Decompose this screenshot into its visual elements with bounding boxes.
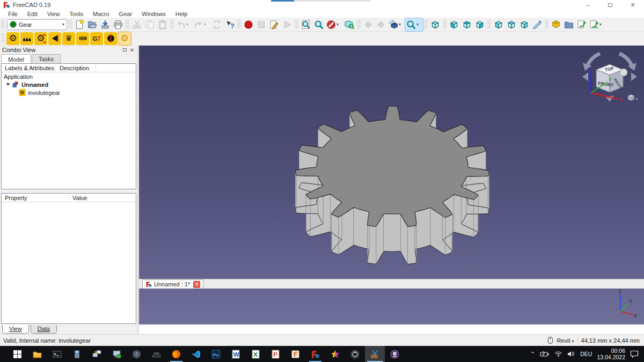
calculator-taskbar-icon[interactable]: [67, 346, 87, 362]
tab-view[interactable]: View: [2, 325, 29, 334]
make-sub-link-dropdown-icon[interactable]: ▾: [599, 22, 602, 27]
fit-selection-button[interactable]: [312, 18, 325, 31]
close-button[interactable]: ✕: [621, 0, 644, 10]
menu-macro[interactable]: Macro: [88, 10, 114, 18]
excel-taskbar-icon[interactable]: X: [246, 346, 266, 362]
notification-icon[interactable]: [630, 350, 639, 358]
command-prompt-taskbar-icon[interactable]: [47, 346, 67, 362]
menu-file[interactable]: File: [3, 10, 23, 18]
make-link-button[interactable]: [575, 18, 588, 31]
paste-button[interactable]: [156, 18, 169, 31]
tree-item-involutegear[interactable]: ⚙ involutegear: [2, 88, 136, 97]
menu-view[interactable]: View: [42, 10, 65, 18]
create-part-button[interactable]: [550, 18, 562, 31]
speaker-icon[interactable]: [567, 351, 575, 357]
menu-gear[interactable]: Gear: [114, 10, 137, 18]
fit-all-button[interactable]: [299, 18, 312, 31]
involute-rack-button[interactable]: [20, 32, 33, 45]
make-sub-link-button[interactable]: ▾: [588, 18, 606, 31]
nav-back-button[interactable]: [362, 18, 375, 31]
timing-gear-button[interactable]: GT: [90, 32, 103, 45]
redo-button[interactable]: ▾: [193, 18, 210, 31]
remote-desktop-taskbar-icon[interactable]: [87, 346, 107, 362]
minimize-button[interactable]: –: [576, 0, 599, 10]
macro-edit-button[interactable]: [268, 18, 281, 31]
involute-gear-button[interactable]: ⚙: [6, 32, 19, 45]
undo-dropdown-icon[interactable]: ▾: [186, 22, 188, 27]
f-document-app-taskbar-icon[interactable]: F: [286, 346, 305, 362]
macro-stop-button[interactable]: [255, 18, 268, 31]
close-panel-icon[interactable]: ✕: [128, 47, 136, 53]
new-document-button[interactable]: [73, 18, 86, 31]
measure-distance-button[interactable]: [531, 18, 544, 31]
cut-button[interactable]: [130, 18, 143, 31]
github-desktop-taskbar-icon[interactable]: [385, 346, 405, 362]
lantern-gear-button[interactable]: [104, 32, 117, 45]
menu-tools[interactable]: Tools: [64, 10, 88, 18]
navigation-cube[interactable]: TOP FRONT RIGHT Z X Y ▾: [580, 49, 640, 105]
undo-button[interactable]: ▾: [175, 18, 193, 31]
tab-data[interactable]: Data: [31, 325, 57, 334]
internal-involute-gear-button[interactable]: ⚙: [34, 32, 47, 45]
clock[interactable]: 00:0613.04.2022: [597, 348, 625, 360]
freecad-taskbar-icon[interactable]: [305, 346, 325, 362]
close-tab-icon[interactable]: ✕: [193, 281, 200, 288]
macro-record-button[interactable]: [242, 18, 255, 31]
draw-style-dropdown-icon[interactable]: ▾: [336, 22, 339, 27]
tree-document-unnamed[interactable]: Unnamed: [2, 80, 136, 88]
nav-forward-button[interactable]: [375, 18, 387, 31]
zoom-button[interactable]: ▾: [405, 18, 423, 31]
view-home-dropdown-icon[interactable]: ▾: [399, 22, 401, 27]
start-button-taskbar-icon[interactable]: [8, 346, 27, 362]
tree-root-application[interactable]: Application: [2, 72, 136, 80]
word-taskbar-icon[interactable]: W: [226, 346, 246, 362]
float-panel-icon[interactable]: [121, 47, 128, 53]
view-bottom-button[interactable]: [505, 18, 518, 31]
star-bookmarks-app-taskbar-icon[interactable]: [325, 346, 345, 362]
workbench-selector[interactable]: Gear ▾: [7, 19, 67, 30]
menu-edit[interactable]: Edit: [23, 10, 42, 18]
view-home-button[interactable]: ▾: [387, 18, 405, 31]
menu-windows[interactable]: Windows: [137, 10, 171, 18]
powerpoint-taskbar-icon[interactable]: P: [266, 346, 286, 362]
scanner-device-taskbar-icon[interactable]: [147, 346, 166, 362]
file-explorer-taskbar-icon[interactable]: [27, 346, 47, 362]
redo-dropdown-icon[interactable]: ▾: [204, 22, 206, 27]
copy-button[interactable]: [143, 18, 156, 31]
refresh-button[interactable]: [210, 18, 223, 31]
print-document-button[interactable]: [112, 18, 125, 31]
view-top-button[interactable]: [460, 18, 473, 31]
tab-model[interactable]: Model: [1, 54, 31, 64]
nav-style-selector[interactable]: Revit ▾: [557, 337, 574, 344]
tab-tasks[interactable]: Tasks: [32, 54, 61, 63]
expand-arrow-icon[interactable]: [6, 83, 10, 86]
language-indicator[interactable]: DEU: [580, 351, 592, 357]
nav-cube-menu-icon[interactable]: ▾: [628, 95, 638, 101]
whats-this-button[interactable]: ?: [223, 18, 236, 31]
crown-gear-button[interactable]: ♛: [62, 32, 75, 45]
vscode-taskbar-icon[interactable]: [186, 346, 206, 362]
network-computer-taskbar-icon[interactable]: [107, 346, 127, 362]
view-left-button[interactable]: [518, 18, 531, 31]
view-front-button[interactable]: [448, 18, 460, 31]
zoom-dropdown-icon[interactable]: ▾: [416, 22, 419, 27]
tray-chevron-icon[interactable]: ⌃: [530, 351, 535, 358]
firefox-taskbar-icon[interactable]: [166, 346, 186, 362]
restore-button[interactable]: [599, 0, 621, 10]
bevel-gear-button[interactable]: [48, 32, 61, 45]
view-rear-button[interactable]: [492, 18, 505, 31]
battery-icon[interactable]: [540, 351, 550, 357]
create-group-button[interactable]: [562, 18, 575, 31]
box-selection-button[interactable]: [343, 18, 356, 31]
document-tab[interactable]: Unnamed : 1* ✕: [142, 279, 203, 289]
wifi-icon[interactable]: [554, 351, 562, 357]
sharex-taskbar-icon[interactable]: [365, 346, 385, 362]
draw-style-button[interactable]: ▾: [325, 18, 343, 31]
worm-gear-button[interactable]: [76, 32, 89, 45]
photoshop-taskbar-icon[interactable]: Ps: [206, 346, 226, 362]
hypocycloid-gear-button[interactable]: ⚙: [118, 32, 131, 45]
open-document-button[interactable]: [86, 18, 99, 31]
hexagon-utility-taskbar-icon[interactable]: [127, 346, 147, 362]
menu-help[interactable]: Help: [171, 10, 193, 18]
obs-studio-taskbar-icon[interactable]: [345, 346, 365, 362]
